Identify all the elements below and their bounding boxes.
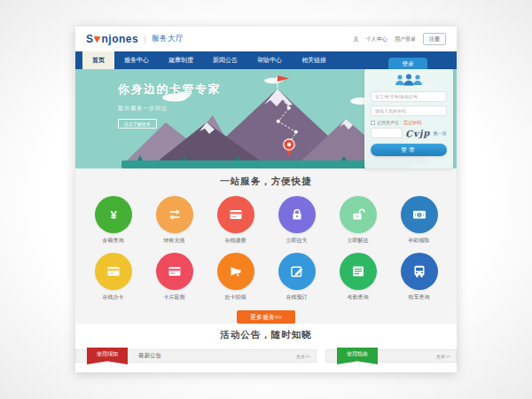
bus-icon[interactable] bbox=[401, 253, 438, 290]
service-item-6[interactable]: ¥补助领取 bbox=[399, 196, 440, 245]
service-item-1[interactable]: ¥余额查询 bbox=[93, 196, 134, 245]
service-item-5[interactable]: 立即解挂 bbox=[338, 196, 379, 245]
logo-text-prefix: S bbox=[86, 33, 94, 45]
password-input[interactable] bbox=[371, 106, 447, 116]
service-item-11[interactable]: 考勤查询 bbox=[338, 253, 379, 301]
forgot-password-link[interactable]: 忘记密码 bbox=[403, 120, 421, 125]
captcha-input[interactable] bbox=[371, 128, 403, 138]
service-label: 余额查询 bbox=[93, 237, 134, 245]
service-item-9[interactable]: 拾卡招领 bbox=[215, 253, 256, 301]
brand-logo[interactable]: S njones | 服务大厅 bbox=[86, 33, 184, 45]
service-label: 考勤查询 bbox=[338, 293, 379, 301]
logo-tagline: 服务大厅 bbox=[152, 34, 184, 44]
service-item-3[interactable]: 在线缴费 bbox=[215, 196, 256, 245]
nav-item-3[interactable]: 规章制度 bbox=[159, 51, 203, 69]
logo-divider: | bbox=[144, 35, 146, 43]
notice-panel: 使用须知 最新公告 更多>> bbox=[75, 349, 317, 363]
edit-icon[interactable] bbox=[278, 253, 316, 290]
svg-text:¥: ¥ bbox=[110, 208, 117, 222]
service-item-4[interactable]: 立即挂失 bbox=[277, 196, 317, 245]
login-tab[interactable]: 登录 bbox=[388, 58, 427, 69]
transfer-icon[interactable] bbox=[156, 196, 193, 233]
yen-icon[interactable]: ¥ bbox=[95, 196, 132, 233]
service-label: 在线办卡 bbox=[93, 293, 134, 301]
unlock-icon[interactable] bbox=[340, 196, 377, 233]
nav-item-1[interactable]: 首页 bbox=[82, 51, 114, 69]
hero-banner: 你身边的卡管专家 提供服务一步到位 点击了解更多 登录 记住用户 bbox=[75, 69, 457, 168]
remember-checkbox[interactable] bbox=[371, 121, 375, 125]
service-label: 立即挂失 bbox=[277, 237, 317, 245]
service-item-8[interactable]: 卡片延期 bbox=[154, 253, 195, 301]
card-icon[interactable] bbox=[156, 253, 193, 290]
megaphone-icon[interactable] bbox=[217, 253, 254, 290]
service-label: 拾卡招领 bbox=[215, 293, 256, 301]
lock-icon[interactable] bbox=[278, 196, 316, 233]
service-label: 立即解挂 bbox=[338, 237, 379, 245]
card-icon[interactable] bbox=[217, 196, 254, 233]
latest-announcements-tab[interactable]: 最新公告 bbox=[138, 352, 161, 360]
captcha-refresh-link[interactable]: 换一张 bbox=[433, 130, 446, 136]
services-section: 一站服务，方便快捷 ¥余额查询转账充值在线缴费立即挂失立即解挂¥补助领取 在线办… bbox=[75, 168, 457, 324]
nav-item-6[interactable]: 相关链接 bbox=[292, 51, 336, 69]
account-input[interactable] bbox=[371, 91, 447, 102]
hero-subline: 提供服务一步到位 bbox=[118, 105, 221, 113]
service-label: 在线缴费 bbox=[215, 237, 256, 245]
hero-cta-button[interactable]: 点击了解更多 bbox=[118, 119, 157, 129]
user-icon bbox=[353, 36, 359, 43]
service-item-12[interactable]: 校车查询 bbox=[399, 253, 440, 301]
banknote-icon[interactable]: ¥ bbox=[401, 196, 438, 233]
nav-item-5[interactable]: 帮助中心 bbox=[247, 51, 292, 69]
link-user-login[interactable]: 用户登录 bbox=[395, 35, 416, 43]
hero-headline: 你身边的卡管专家 bbox=[118, 82, 221, 98]
service-label: 在线预订 bbox=[277, 293, 317, 301]
site-header: S njones | 服务大厅 个人中心 用户登录 注册 bbox=[75, 27, 457, 51]
service-label: 补助领取 bbox=[399, 237, 440, 245]
site-page: S njones | 服务大厅 个人中心 用户登录 注册 首页服务中心规章制度新… bbox=[75, 27, 457, 372]
service-label: 转账充值 bbox=[154, 237, 195, 245]
guide-panel: 使用指南 更多>> bbox=[325, 349, 457, 363]
announcements-title: 活动公告，随时知晓 bbox=[75, 329, 457, 341]
more-services-button[interactable]: 更多服务>> bbox=[237, 310, 295, 324]
remember-label: 记住用户名 bbox=[377, 120, 399, 125]
services-title: 一站服务，方便快捷 bbox=[75, 176, 457, 188]
login-panel: 登录 记住用户名 | 忘记密码 bbox=[364, 58, 453, 168]
notice-more-link[interactable]: 更多>> bbox=[296, 354, 316, 359]
service-label: 卡片延期 bbox=[154, 293, 195, 301]
card-icon[interactable] bbox=[95, 253, 132, 290]
register-button[interactable]: 注册 bbox=[423, 33, 446, 45]
announcements-section: 活动公告，随时知晓 使用须知 最新公告 更多>> 使用指南 更多>> bbox=[75, 324, 457, 372]
login-submit-button[interactable]: 登录 bbox=[371, 144, 447, 156]
link-personal-center[interactable]: 个人中心 bbox=[366, 35, 387, 43]
service-item-2[interactable]: 转账充值 bbox=[154, 196, 195, 245]
service-item-7[interactable]: 在线办卡 bbox=[93, 253, 134, 301]
captcha-image: Cvjp bbox=[405, 128, 431, 138]
list-icon[interactable] bbox=[340, 253, 377, 290]
users-group-icon bbox=[371, 74, 447, 88]
service-item-10[interactable]: 在线预订 bbox=[277, 253, 317, 301]
options-separator: | bbox=[401, 120, 402, 125]
nav-item-4[interactable]: 新闻公告 bbox=[203, 51, 247, 69]
logo-plane-icon bbox=[93, 34, 102, 43]
guide-more-link[interactable]: 更多>> bbox=[436, 354, 456, 359]
service-label: 校车查询 bbox=[399, 293, 440, 301]
nav-item-2[interactable]: 服务中心 bbox=[114, 51, 159, 69]
logo-text-suffix: njones bbox=[102, 33, 139, 45]
